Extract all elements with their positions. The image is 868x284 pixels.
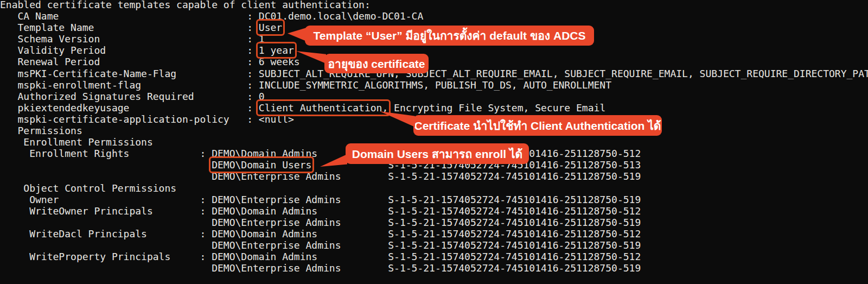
terminal-line-writedacl: WriteDacl Principals : DEMO\Domain Admin… — [0, 228, 868, 239]
terminal-line-writeproperty-2: DEMO\Enterprise Admins S-1-5-21-15740527… — [0, 262, 868, 274]
callout-domain-users-enroll: Domain Users สามารถ enroll ได้ — [346, 143, 529, 164]
terminal-line-pkiextendedkeyusage: pkiextendedkeyusage : Client Authenticat… — [0, 102, 868, 113]
terminal-line-header: Enabled certificate templates capable of… — [0, 0, 868, 10]
terminal-text-segment: Template Name : — [0, 22, 259, 33]
callout-text: Certificate นำไปใช้ทำ Client Authenticat… — [414, 117, 661, 135]
terminal-line-renewal-period: Renewal Period : 6 weeks — [0, 56, 868, 67]
highlight-box-domain-users: DEMO\Domain Users — [212, 159, 311, 171]
terminal-line-authorized-signatures: Authorized Signatures Required : 0 — [0, 91, 868, 102]
callout-text: อายุของ certificate — [328, 55, 425, 73]
terminal-line-enterprise-admins: DEMO\Enterprise Admins S-1-5-21-15740527… — [0, 171, 868, 182]
callout-template-user: Template “User” มีอยู่ในการตั้งค่า defau… — [305, 26, 594, 46]
terminal-line-owner: Owner : DEMO\Enterprise Admins S-1-5-21-… — [0, 194, 868, 205]
highlight-box-client-auth: Client Authentication, — [259, 102, 388, 113]
callout-client-authentication: Certificate นำไปใช้ทำ Client Authenticat… — [413, 115, 662, 136]
terminal-line-name-flag: msPKI-Certificate-Name-Flag : SUBJECT_AL… — [0, 68, 868, 79]
highlight-box-template-user: User — [259, 22, 282, 33]
terminal-line-object-control-permissions: Object Control Permissions — [0, 182, 868, 194]
highlight-box-validity: 1 year — [259, 45, 294, 56]
callout-text: Domain Users สามารถ enroll ได้ — [352, 145, 522, 163]
callout-certificate-validity: อายุของ certificate — [324, 54, 429, 73]
terminal-line-writedacl-2: DEMO\Enterprise Admins S-1-5-21-15740527… — [0, 239, 868, 251]
terminal-text-segment — [0, 159, 212, 171]
terminal-screen: Enabled certificate templates capable of… — [0, 0, 868, 284]
terminal-text-segment: Validity Period : — [0, 45, 259, 56]
terminal-text-segment: Encrypting File System, Secure Email — [388, 102, 605, 113]
terminal-line-writeowner: WriteOwner Principals : DEMO\Domain Admi… — [0, 205, 868, 217]
terminal-text-segment: pkiextendedkeyusage : — [0, 102, 259, 113]
callout-text: Template “User” มีอยู่ในการตั้งค่า defau… — [314, 27, 586, 45]
terminal-line-writeproperty: WriteProperty Principals : DEMO\Domain A… — [0, 251, 868, 262]
terminal-line-validity-period: Validity Period : 1 year — [0, 45, 868, 56]
terminal-line-writeowner-2: DEMO\Enterprise Admins S-1-5-21-15740527… — [0, 217, 868, 228]
terminal-line-enrollment-flag: mspki-enrollment-flag : INCLUDE_SYMMETRI… — [0, 79, 868, 91]
terminal-line-ca-name: CA Name : DC01.demo.local\demo-DC01-CA — [0, 10, 868, 22]
